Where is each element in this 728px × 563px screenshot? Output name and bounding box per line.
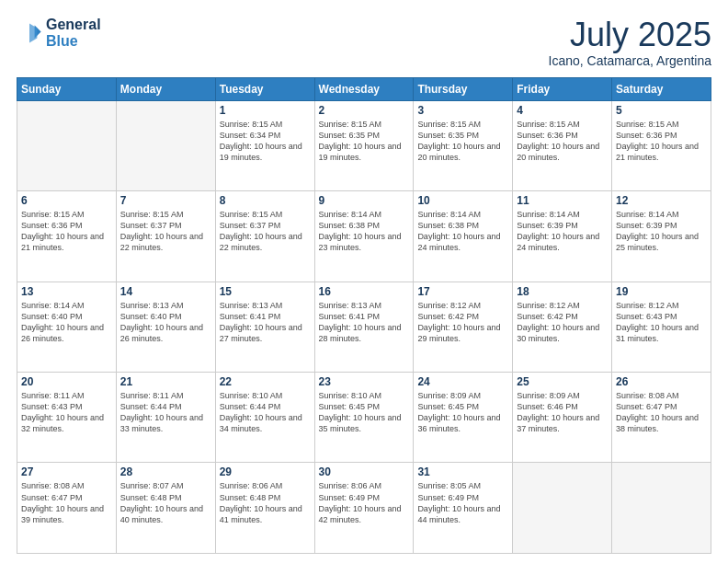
- day-number: 4: [517, 104, 608, 117]
- day-info: Sunrise: 8:15 AM Sunset: 6:36 PM Dayligh…: [21, 209, 112, 254]
- day-number: 27: [21, 465, 112, 478]
- day-number: 1: [220, 104, 311, 117]
- day-number: 26: [616, 375, 707, 388]
- day-number: 7: [120, 194, 211, 207]
- day-cell: 15Sunrise: 8:13 AM Sunset: 6:41 PM Dayli…: [215, 282, 314, 372]
- day-cell: 23Sunrise: 8:10 AM Sunset: 6:45 PM Dayli…: [314, 373, 414, 463]
- day-header-tuesday: Tuesday: [215, 77, 314, 100]
- day-cell: 22Sunrise: 8:10 AM Sunset: 6:44 PM Dayli…: [215, 373, 314, 463]
- logo-text: General Blue: [46, 17, 101, 50]
- day-number: 15: [220, 285, 311, 298]
- day-info: Sunrise: 8:10 AM Sunset: 6:45 PM Dayligh…: [319, 390, 410, 435]
- day-header-saturday: Saturday: [612, 77, 711, 100]
- day-info: Sunrise: 8:05 AM Sunset: 6:49 PM Dayligh…: [417, 480, 508, 525]
- day-info: Sunrise: 8:12 AM Sunset: 6:42 PM Dayligh…: [417, 300, 508, 345]
- day-number: 10: [417, 194, 508, 207]
- day-info: Sunrise: 8:11 AM Sunset: 6:44 PM Dayligh…: [120, 390, 211, 435]
- day-cell: [513, 463, 612, 554]
- day-number: 17: [417, 285, 508, 298]
- day-info: Sunrise: 8:14 AM Sunset: 6:40 PM Dayligh…: [21, 300, 112, 345]
- day-info: Sunrise: 8:15 AM Sunset: 6:36 PM Dayligh…: [616, 119, 707, 164]
- day-cell: [612, 463, 711, 554]
- day-info: Sunrise: 8:08 AM Sunset: 6:47 PM Dayligh…: [21, 480, 112, 525]
- day-number: 20: [21, 375, 112, 388]
- day-number: 2: [319, 104, 410, 117]
- day-number: 30: [319, 465, 410, 478]
- day-cell: 16Sunrise: 8:13 AM Sunset: 6:41 PM Dayli…: [314, 282, 414, 372]
- day-header-monday: Monday: [116, 77, 215, 100]
- month-title: July 2025: [549, 17, 711, 53]
- day-number: 11: [517, 194, 608, 207]
- day-info: Sunrise: 8:15 AM Sunset: 6:35 PM Dayligh…: [319, 119, 410, 164]
- calendar-table: SundayMondayTuesdayWednesdayThursdayFrid…: [17, 77, 711, 554]
- week-row-2: 6Sunrise: 8:15 AM Sunset: 6:36 PM Daylig…: [17, 191, 711, 282]
- day-info: Sunrise: 8:15 AM Sunset: 6:36 PM Dayligh…: [517, 119, 608, 164]
- day-cell: 4Sunrise: 8:15 AM Sunset: 6:36 PM Daylig…: [513, 100, 612, 190]
- day-info: Sunrise: 8:14 AM Sunset: 6:38 PM Dayligh…: [319, 209, 410, 254]
- day-number: 6: [21, 194, 112, 207]
- header: General Blue July 2025 Icano, Catamarca,…: [17, 17, 711, 68]
- day-cell: 7Sunrise: 8:15 AM Sunset: 6:37 PM Daylig…: [116, 191, 215, 282]
- day-cell: 1Sunrise: 8:15 AM Sunset: 6:34 PM Daylig…: [215, 100, 314, 190]
- day-cell: 10Sunrise: 8:14 AM Sunset: 6:38 PM Dayli…: [414, 191, 513, 282]
- day-cell: 31Sunrise: 8:05 AM Sunset: 6:49 PM Dayli…: [414, 463, 513, 554]
- day-cell: 18Sunrise: 8:12 AM Sunset: 6:42 PM Dayli…: [513, 282, 612, 372]
- day-cell: 24Sunrise: 8:09 AM Sunset: 6:45 PM Dayli…: [414, 373, 513, 463]
- day-info: Sunrise: 8:13 AM Sunset: 6:41 PM Dayligh…: [319, 300, 410, 345]
- week-row-5: 27Sunrise: 8:08 AM Sunset: 6:47 PM Dayli…: [17, 463, 711, 554]
- day-number: 24: [417, 375, 508, 388]
- day-cell: 27Sunrise: 8:08 AM Sunset: 6:47 PM Dayli…: [17, 463, 117, 554]
- day-number: 25: [517, 375, 608, 388]
- week-row-3: 13Sunrise: 8:14 AM Sunset: 6:40 PM Dayli…: [17, 282, 711, 372]
- day-info: Sunrise: 8:14 AM Sunset: 6:39 PM Dayligh…: [517, 209, 608, 254]
- day-info: Sunrise: 8:11 AM Sunset: 6:43 PM Dayligh…: [21, 390, 112, 435]
- day-header-thursday: Thursday: [414, 77, 513, 100]
- week-row-1: 1Sunrise: 8:15 AM Sunset: 6:34 PM Daylig…: [17, 100, 711, 190]
- day-number: 19: [616, 285, 707, 298]
- day-number: 3: [417, 104, 508, 117]
- day-cell: 6Sunrise: 8:15 AM Sunset: 6:36 PM Daylig…: [17, 191, 117, 282]
- day-number: 21: [120, 375, 211, 388]
- day-number: 23: [319, 375, 410, 388]
- day-number: 12: [616, 194, 707, 207]
- day-number: 8: [220, 194, 311, 207]
- day-cell: 8Sunrise: 8:15 AM Sunset: 6:37 PM Daylig…: [215, 191, 314, 282]
- day-cell: 12Sunrise: 8:14 AM Sunset: 6:39 PM Dayli…: [612, 191, 711, 282]
- day-cell: 20Sunrise: 8:11 AM Sunset: 6:43 PM Dayli…: [17, 373, 117, 463]
- day-cell: 17Sunrise: 8:12 AM Sunset: 6:42 PM Dayli…: [414, 282, 513, 372]
- page: General Blue July 2025 Icano, Catamarca,…: [0, 0, 728, 563]
- day-cell: 11Sunrise: 8:14 AM Sunset: 6:39 PM Dayli…: [513, 191, 612, 282]
- day-info: Sunrise: 8:10 AM Sunset: 6:44 PM Dayligh…: [220, 390, 311, 435]
- day-info: Sunrise: 8:12 AM Sunset: 6:43 PM Dayligh…: [616, 300, 707, 345]
- day-info: Sunrise: 8:06 AM Sunset: 6:48 PM Dayligh…: [220, 480, 311, 525]
- day-info: Sunrise: 8:13 AM Sunset: 6:40 PM Dayligh…: [120, 300, 211, 345]
- day-header-wednesday: Wednesday: [314, 77, 414, 100]
- title-block: July 2025 Icano, Catamarca, Argentina: [549, 17, 711, 68]
- day-cell: 30Sunrise: 8:06 AM Sunset: 6:49 PM Dayli…: [314, 463, 414, 554]
- day-cell: 9Sunrise: 8:14 AM Sunset: 6:38 PM Daylig…: [314, 191, 414, 282]
- day-number: 31: [417, 465, 508, 478]
- day-number: 13: [21, 285, 112, 298]
- day-info: Sunrise: 8:09 AM Sunset: 6:45 PM Dayligh…: [417, 390, 508, 435]
- day-info: Sunrise: 8:07 AM Sunset: 6:48 PM Dayligh…: [120, 480, 211, 525]
- day-info: Sunrise: 8:06 AM Sunset: 6:49 PM Dayligh…: [319, 480, 410, 525]
- day-header-sunday: Sunday: [17, 77, 117, 100]
- day-info: Sunrise: 8:12 AM Sunset: 6:42 PM Dayligh…: [517, 300, 608, 345]
- day-cell: 3Sunrise: 8:15 AM Sunset: 6:35 PM Daylig…: [414, 100, 513, 190]
- svg-marker-1: [29, 24, 37, 43]
- day-cell: 21Sunrise: 8:11 AM Sunset: 6:44 PM Dayli…: [116, 373, 215, 463]
- day-info: Sunrise: 8:13 AM Sunset: 6:41 PM Dayligh…: [220, 300, 311, 345]
- day-cell: 25Sunrise: 8:09 AM Sunset: 6:46 PM Dayli…: [513, 373, 612, 463]
- day-number: 14: [120, 285, 211, 298]
- day-number: 29: [220, 465, 311, 478]
- day-cell: 29Sunrise: 8:06 AM Sunset: 6:48 PM Dayli…: [215, 463, 314, 554]
- day-cell: [17, 100, 117, 190]
- day-info: Sunrise: 8:09 AM Sunset: 6:46 PM Dayligh…: [517, 390, 608, 435]
- day-cell: [116, 100, 215, 190]
- day-info: Sunrise: 8:08 AM Sunset: 6:47 PM Dayligh…: [616, 390, 707, 435]
- day-cell: 19Sunrise: 8:12 AM Sunset: 6:43 PM Dayli…: [612, 282, 711, 372]
- day-info: Sunrise: 8:15 AM Sunset: 6:37 PM Dayligh…: [120, 209, 211, 254]
- day-cell: 14Sunrise: 8:13 AM Sunset: 6:40 PM Dayli…: [116, 282, 215, 372]
- day-cell: 5Sunrise: 8:15 AM Sunset: 6:36 PM Daylig…: [612, 100, 711, 190]
- day-number: 18: [517, 285, 608, 298]
